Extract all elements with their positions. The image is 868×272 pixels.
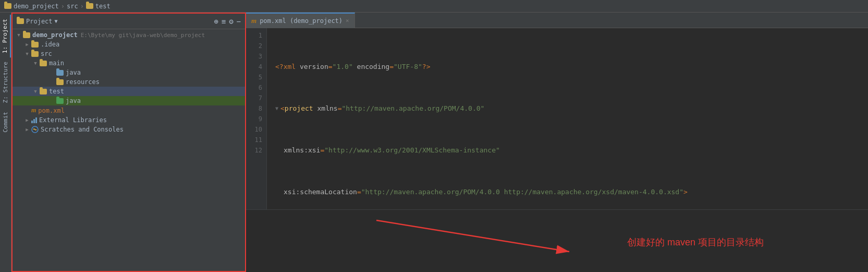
tree-arrow-test: ▼: [31, 89, 40, 94]
settings-icon[interactable]: ⚙: [229, 17, 233, 26]
code-line-4: xsi:schemaLocation="http://maven.apache.…: [275, 187, 868, 197]
tree-item-src[interactable]: ▼ src: [13, 49, 245, 58]
code-line-1: <?xml version="1.0" encoding="UTF-8"?>: [275, 62, 868, 72]
tree-label-idea: .idea: [41, 41, 59, 48]
line-num-11: 11: [248, 135, 262, 145]
sidebar-tab-project[interactable]: 1: Project: [0, 15, 11, 57]
tree-item-resources[interactable]: ▶ resources: [13, 77, 245, 87]
project-tree: ▼ demo_project E:\Byte\my git\java-web\d…: [13, 29, 245, 271]
tab-close-button[interactable]: ×: [346, 17, 349, 24]
tree-label-src: src: [41, 50, 52, 57]
folder-icon-idea: [31, 42, 39, 48]
line-num-9: 9: [248, 114, 262, 124]
line-num-7: 7: [248, 93, 262, 103]
tree-arrow-idea: ▶: [23, 42, 31, 47]
code-pi-1: <?xml: [275, 62, 300, 72]
tree-label-ext-libs: External Libraries: [39, 116, 107, 124]
svg-line-2: [376, 220, 569, 252]
scratches-icon: [31, 126, 39, 133]
editor-tab-pom[interactable]: m pom.xml (demo_project) ×: [246, 13, 355, 28]
breadcrumb-folder-icon-2: [86, 3, 93, 9]
tree-item-test[interactable]: ▼ test: [13, 87, 245, 96]
line-num-2: 2: [248, 41, 262, 51]
project-header-icons: ⊕ ≡ ⚙ −: [214, 17, 241, 26]
folder-icon-java-test: [56, 98, 64, 104]
tree-item-idea[interactable]: ▶ .idea: [13, 40, 245, 49]
folder-icon-root: [23, 32, 30, 38]
annotation-arrow-svg: [246, 210, 868, 272]
tree-label-main: main: [49, 60, 64, 67]
tree-item-main[interactable]: ▼ main: [13, 58, 245, 68]
tree-label-test: test: [49, 88, 64, 95]
tree-item-ext-libs[interactable]: ▶ External Libraries: [13, 115, 245, 125]
annotation-area: 创建好的 maven 项目的目录结构: [246, 209, 868, 272]
project-dropdown-arrow[interactable]: ▼: [55, 18, 58, 24]
line-num-12: 12: [248, 145, 262, 156]
folder-icon-src: [31, 51, 39, 57]
tree-label-pom: pom.xml: [38, 107, 65, 114]
tree-arrow-src: ▼: [23, 51, 31, 56]
main-layout: 1: Project Z: Structure Commit Project ▼…: [0, 13, 868, 272]
tree-label-java-test: java: [66, 97, 81, 104]
line-num-6: 6: [248, 82, 262, 93]
folder-icon-resources: [56, 79, 64, 85]
project-title: Project ▼: [17, 18, 58, 25]
breadcrumb-item-2[interactable]: src: [67, 3, 78, 10]
tree-arrow-root: ▼: [15, 32, 23, 38]
project-panel: Project ▼ ⊕ ≡ ⚙ − ▼ demo_project E:\Byte…: [11, 13, 246, 272]
tree-item-java-main[interactable]: ▶ java: [13, 68, 245, 77]
tree-label-scratches: Scratches and Consoles: [41, 126, 124, 133]
collapse-icon[interactable]: ≡: [222, 17, 226, 26]
line-num-5: 5: [248, 72, 262, 82]
breadcrumb-item-3[interactable]: test: [95, 3, 111, 10]
tab-bar: m pom.xml (demo_project) ×: [246, 13, 868, 28]
line-num-8: 8: [248, 103, 262, 114]
breadcrumb: demo_project › src › test: [0, 0, 868, 13]
tree-item-root[interactable]: ▼ demo_project E:\Byte\my git\java-web\d…: [13, 30, 245, 40]
line-num-1: 1: [248, 30, 262, 41]
fold-arrow-2[interactable]: ▼: [275, 103, 278, 114]
line-num-10: 10: [248, 124, 262, 135]
tab-pom-label: pom.xml (demo_project): [260, 17, 343, 25]
breadcrumb-sep-1: ›: [61, 3, 65, 10]
annotation-text: 创建好的 maven 项目的目录结构: [627, 236, 764, 249]
line-num-4: 4: [248, 62, 262, 72]
sidebar-tab-structure[interactable]: Z: Structure: [1, 57, 10, 107]
folder-icon-test: [40, 89, 47, 94]
line-numbers: 1 2 3 4 5 6 7 8 9 10 11 12: [246, 28, 267, 209]
pom-xml-icon: m: [31, 107, 36, 114]
locate-icon[interactable]: ⊕: [214, 17, 218, 26]
tree-label-resources: resources: [66, 78, 100, 86]
code-editor: 1 2 3 4 5 6 7 8 9 10 11 12 <?xml version…: [246, 28, 868, 209]
tree-arrow-scratches: ▶: [23, 127, 31, 132]
tab-pom-icon: m: [251, 17, 256, 25]
breadcrumb-folder-icon: [4, 3, 11, 9]
project-panel-header: Project ▼ ⊕ ≡ ⚙ −: [13, 14, 245, 29]
sidebar-tab-commit[interactable]: Commit: [1, 108, 10, 137]
folder-icon-java-main: [56, 70, 64, 76]
tree-item-scratches[interactable]: ▶ Scratches and Consoles: [13, 125, 245, 134]
tree-item-pom[interactable]: ▶ m pom.xml: [13, 105, 245, 115]
tree-label-root: demo_project: [32, 31, 78, 39]
tree-arrow-main: ▼: [31, 61, 40, 66]
line-num-3: 3: [248, 51, 262, 62]
side-tabs: 1: Project Z: Structure Commit: [0, 13, 11, 272]
tree-label-java-main: java: [66, 69, 81, 76]
breadcrumb-item-1[interactable]: demo_project: [14, 3, 59, 10]
code-line-2: ▼<project xmlns="http://maven.apache.org…: [275, 103, 868, 114]
code-line-3: xmlns:xsi="http://www.w3.org/2001/XMLSch…: [275, 145, 868, 156]
tree-arrow-ext-libs: ▶: [23, 117, 31, 123]
breadcrumb-sep-2: ›: [80, 3, 84, 10]
editor-area: m pom.xml (demo_project) × 1 2 3 4 5 6 7…: [246, 13, 868, 272]
close-panel-icon[interactable]: −: [237, 17, 241, 26]
ext-libs-icon: [31, 117, 37, 123]
tree-path-root: E:\Byte\my git\java-web\demo_project: [81, 32, 205, 39]
tree-item-java-test[interactable]: ▶ java: [13, 96, 245, 105]
project-panel-title: Project: [26, 18, 53, 25]
folder-icon-sm: [17, 18, 24, 24]
folder-icon-main: [40, 61, 47, 66]
code-content[interactable]: <?xml version="1.0" encoding="UTF-8"?> ▼…: [267, 28, 868, 209]
